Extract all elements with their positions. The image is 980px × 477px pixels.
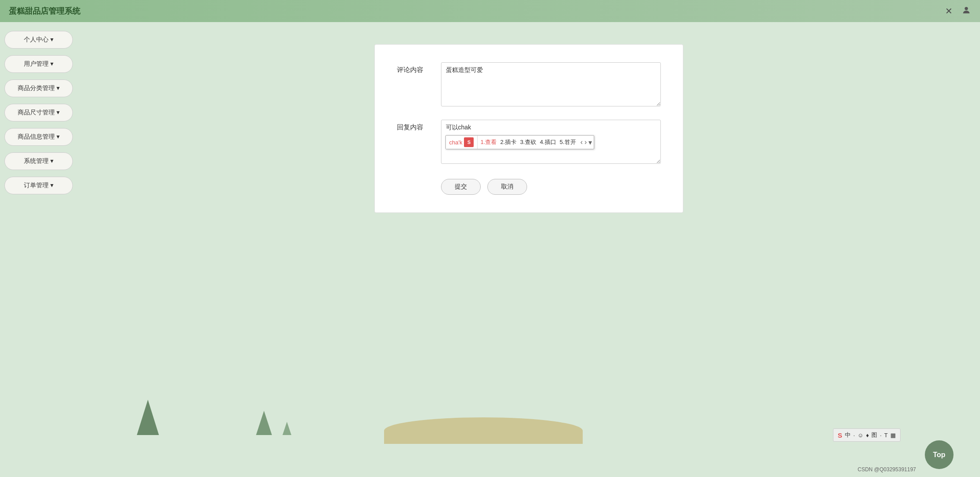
user-icon[interactable]	[961, 5, 971, 17]
sidebar-item-label: 商品分类管理 ▾	[18, 84, 60, 92]
sidebar-item-product-size[interactable]: 商品尺寸管理 ▾	[4, 104, 73, 121]
ime-next-icon[interactable]: ›	[584, 138, 587, 146]
sogou-toolbar-text[interactable]: T	[884, 432, 888, 439]
sogou-toolbar-mic[interactable]: ♦	[866, 432, 869, 439]
ime-candidate-5[interactable]: 5.笤开	[560, 138, 576, 146]
footer-credits: CSDN @Q03295391197	[858, 466, 916, 473]
decorative-tree-1	[137, 400, 159, 435]
sidebar-item-label: 商品尺寸管理 ▾	[18, 109, 60, 117]
cancel-button[interactable]: 取消	[487, 179, 527, 195]
sogou-toolbar-emoji[interactable]: ☺	[858, 432, 863, 439]
header: 蛋糕甜品店管理系统 ✕	[0, 0, 980, 22]
ime-navigation: ‹ › ▾	[579, 138, 594, 147]
sidebar-item-personal-center[interactable]: 个人中心 ▾	[4, 31, 73, 49]
decorative-tree-2	[256, 411, 272, 435]
comment-row: 评论内容 蛋糕造型可爱	[397, 62, 661, 106]
reply-label: 回复内容	[397, 120, 441, 132]
reply-container: 可以chak cha'k S 1.查看 2.插卡 3.查砍 4.插口 5.笤开	[441, 120, 661, 166]
sidebar-item-label: 商品信息管理 ▾	[18, 133, 60, 141]
svg-point-0	[965, 7, 968, 10]
sidebar-item-label: 系统管理 ▾	[24, 157, 53, 165]
sidebar-item-label: 订单管理 ▾	[24, 182, 53, 189]
ground-hill	[384, 417, 583, 444]
ime-prev-icon[interactable]: ‹	[580, 138, 583, 146]
sogou-toolbar[interactable]: S 中 · ☺ ♦ 图 · T ▦	[833, 428, 901, 442]
ime-candidates-list: 1.查看 2.插卡 3.查砍 4.插口 5.笤开	[478, 136, 578, 148]
ime-candidate-4[interactable]: 4.插口	[540, 138, 556, 146]
comment-label: 评论内容	[397, 62, 441, 74]
form-actions: 提交 取消	[397, 179, 661, 195]
ime-candidate-box: cha'k S 1.查看 2.插卡 3.查砍 4.插口 5.笤开 ‹ › ▾	[445, 135, 595, 149]
ime-candidate-3[interactable]: 3.查砍	[520, 138, 536, 146]
sidebar-item-product-category[interactable]: 商品分类管理 ▾	[4, 80, 73, 97]
sogou-toolbar-grid[interactable]: ▦	[890, 432, 896, 439]
ime-input-area: cha'k S	[446, 136, 478, 149]
sogou-toolbar-dot2: ·	[880, 432, 882, 439]
main-content: 评论内容 蛋糕造型可爱 回复内容 可以chak cha'k S 1.查看 2.插…	[77, 22, 980, 477]
ime-candidate-2[interactable]: 2.插卡	[500, 138, 516, 146]
sogou-toolbar-logo: S	[838, 432, 842, 439]
top-button-label: Top	[933, 451, 945, 459]
sidebar-item-system-management[interactable]: 系统管理 ▾	[4, 152, 73, 170]
sogou-logo-icon: S	[464, 137, 474, 147]
sidebar-item-product-info[interactable]: 商品信息管理 ▾	[4, 128, 73, 146]
sidebar-item-label: 个人中心 ▾	[24, 36, 53, 44]
sogou-toolbar-image[interactable]: 图	[871, 431, 877, 439]
comment-textarea[interactable]: 蛋糕造型可爱	[441, 62, 661, 106]
close-icon[interactable]: ✕	[945, 6, 953, 16]
ime-candidate-1[interactable]: 1.查看	[480, 138, 497, 146]
sogou-toolbar-dot1: ·	[853, 432, 855, 439]
sidebar: 个人中心 ▾ 用户管理 ▾ 商品分类管理 ▾ 商品尺寸管理 ▾ 商品信息管理 ▾…	[0, 22, 77, 203]
ime-expand-icon[interactable]: ▾	[588, 138, 592, 147]
sogou-toolbar-lang[interactable]: 中	[845, 431, 851, 439]
form-card: 评论内容 蛋糕造型可爱 回复内容 可以chak cha'k S 1.查看 2.插…	[374, 44, 683, 213]
reply-row: 回复内容 可以chak cha'k S 1.查看 2.插卡 3.查砍 4.插口 …	[397, 120, 661, 166]
sidebar-item-order-management[interactable]: 订单管理 ▾	[4, 177, 73, 194]
sidebar-item-label: 用户管理 ▾	[24, 60, 53, 68]
back-to-top-button[interactable]: Top	[925, 440, 954, 469]
decorative-tree-3	[283, 422, 291, 435]
header-actions: ✕	[945, 5, 971, 17]
sidebar-item-user-management[interactable]: 用户管理 ▾	[4, 55, 73, 73]
ime-typed-text: cha'k	[449, 139, 463, 146]
submit-button[interactable]: 提交	[441, 179, 481, 195]
app-title: 蛋糕甜品店管理系统	[9, 6, 80, 16]
